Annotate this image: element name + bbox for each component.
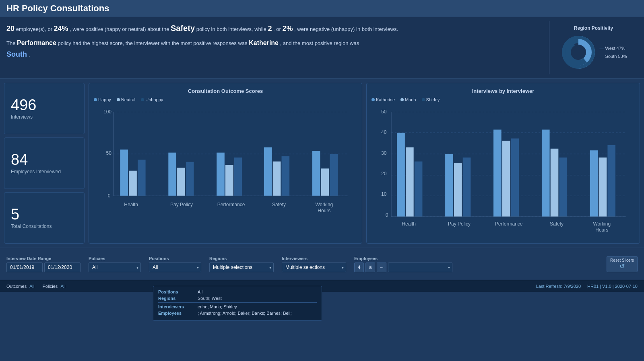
employees-card: 84 Employees Interviewed [4, 137, 85, 189]
outcome-chart-panel: Consultation Outcome Scores Happy Neutra… [89, 83, 362, 244]
summary-text-6: The [6, 40, 17, 46]
interviewer-chart-area: 50 40 30 20 10 0 [372, 105, 635, 247]
summary-text-7: policy had the highest score, the interv… [58, 40, 249, 46]
outcome-chart-legend: Happy Neutral Unhappy [94, 97, 357, 102]
svg-rect-58 [590, 150, 598, 217]
svg-rect-49 [445, 154, 453, 217]
filter-bar: Interview Date Range Policies All Positi… [0, 248, 644, 280]
svg-text:20: 20 [381, 171, 387, 176]
tooltip-regions-val: South; West [198, 296, 222, 301]
svg-rect-18 [225, 165, 233, 196]
tooltip-row-regions: Regions South; West [158, 296, 317, 301]
svg-text:Hours: Hours [595, 227, 608, 233]
positions-select[interactable]: All [149, 263, 201, 272]
positions-filter-group: Positions All [149, 256, 201, 272]
svg-rect-17 [217, 153, 225, 196]
regions-filter-group: Regions Multiple selections [209, 256, 274, 272]
filter-tooltip: Positions All Regions South; West Interv… [153, 286, 322, 321]
svg-text:0: 0 [108, 193, 111, 199]
stats-panel: 496 Interviews 84 Employees Interviewed … [4, 83, 85, 244]
legend-shirley: Shirley [422, 97, 440, 102]
bottom-outcomes-val: All [29, 284, 34, 289]
grid-icon-btn[interactable]: ⊞ [365, 263, 375, 272]
summary-bar: 20 employee(s), or 24% , were positive (… [0, 17, 644, 79]
svg-rect-21 [273, 162, 281, 196]
reset-arrow-icon: ↺ [619, 263, 625, 270]
svg-text:50: 50 [106, 150, 112, 156]
svg-rect-56 [551, 149, 559, 217]
interviews-label: Interviews [11, 114, 78, 120]
svg-rect-50 [454, 163, 462, 217]
svg-text:10: 10 [381, 191, 387, 197]
svg-text:Working: Working [315, 202, 333, 207]
svg-rect-25 [330, 154, 338, 196]
regions-select[interactable]: Multiple selections [209, 263, 274, 272]
svg-text:Working: Working [593, 221, 611, 227]
svg-rect-14 [168, 153, 176, 196]
summary-policy2: Performance [17, 39, 56, 46]
svg-text:Health: Health [402, 221, 416, 227]
filter-icon-btn[interactable]: ⧫ [354, 263, 364, 272]
tooltip-employees-val: ; Armstrong; Arnold; Baker; Banks; Barne… [198, 311, 292, 316]
employees-select[interactable] [388, 263, 452, 272]
svg-rect-51 [463, 158, 471, 217]
region-positivity-title: Region Positivity [574, 25, 613, 31]
svg-text:Pay Policy: Pay Policy [448, 221, 471, 227]
summary-region: South [6, 50, 27, 58]
summary-pct2: 2% [282, 25, 293, 33]
employees-select-wrapper [388, 263, 452, 272]
interviewers-select-wrapper: Multiple selections [282, 263, 346, 272]
consultations-value: 5 [11, 207, 78, 222]
employees-label: Employees [354, 256, 452, 261]
interviewer-chart-title: Interviews by Interviewer [372, 88, 635, 94]
summary-num1: 20 [6, 25, 14, 33]
svg-rect-48 [415, 162, 423, 217]
svg-rect-53 [502, 141, 510, 217]
legend-maria: Maria [400, 97, 416, 102]
page-title: HR Policy Consultations [6, 3, 638, 14]
svg-rect-13 [138, 160, 146, 196]
bottom-bar: Outcomes All Policies All Last Refresh: … [0, 280, 644, 292]
policies-select[interactable]: All [89, 263, 141, 272]
interviewers-filter-group: Interviewers Multiple selections [282, 256, 346, 272]
more-icon-btn[interactable]: ··· [377, 263, 386, 272]
svg-text:Health: Health [124, 202, 138, 207]
summary-text-5: , were negative (unhappy) in both interv… [294, 26, 398, 32]
svg-rect-57 [559, 158, 568, 217]
policies-label: Policies [89, 256, 141, 261]
interviews-value: 496 [11, 97, 78, 113]
legend-unhappy: Unhappy [141, 97, 163, 102]
employees-label: Employees Interviewed [11, 169, 78, 174]
region-positivity-panel: Region Positivity — West 47% [549, 21, 638, 74]
summary-text: 20 employee(s), or 24% , were positive (… [6, 21, 549, 74]
regions-select-wrapper: Multiple selections [209, 263, 274, 272]
interviewers-label: Interviewers [282, 256, 346, 261]
summary-text-9: . [29, 52, 30, 58]
date-end-input[interactable] [44, 263, 80, 272]
bottom-outcomes: Outcomes All [6, 284, 34, 289]
summary-text-4: , or [273, 26, 282, 32]
tooltip-interviewers-val: erine; Maria; Shirley [198, 304, 237, 309]
outcome-chart-area: 100 50 0 [94, 105, 357, 247]
interviews-card: 496 Interviews [4, 83, 85, 134]
refresh-label: Last Refresh: 7/9/2020 [536, 284, 581, 289]
reset-slicers-button[interactable]: Reset Slicers ↺ [607, 256, 638, 272]
interviewer-chart-legend: Katherine Maria Shirley [372, 97, 635, 102]
bottom-policies: Policies All [42, 284, 65, 289]
summary-text-3: policy in both interviews, while [196, 26, 268, 32]
outcome-chart-title: Consultation Outcome Scores [94, 88, 357, 94]
svg-text:Performance: Performance [217, 202, 245, 207]
svg-text:50: 50 [381, 109, 387, 115]
svg-rect-19 [234, 158, 242, 196]
tooltip-positions-key: Positions [158, 289, 194, 294]
interviewers-select[interactable]: Multiple selections [282, 263, 346, 272]
summary-pct1: 24% [54, 25, 68, 33]
policies-filter-group: Policies All [89, 256, 141, 272]
bottom-left: Outcomes All Policies All [6, 284, 66, 289]
date-start-input[interactable] [6, 263, 43, 272]
svg-rect-11 [120, 150, 128, 196]
svg-rect-23 [312, 151, 320, 196]
svg-text:40: 40 [381, 129, 387, 135]
tooltip-row-employees: Employees ; Armstrong; Arnold; Baker; Ba… [158, 311, 317, 316]
consultations-card: 5 Total Consultations [4, 192, 85, 244]
